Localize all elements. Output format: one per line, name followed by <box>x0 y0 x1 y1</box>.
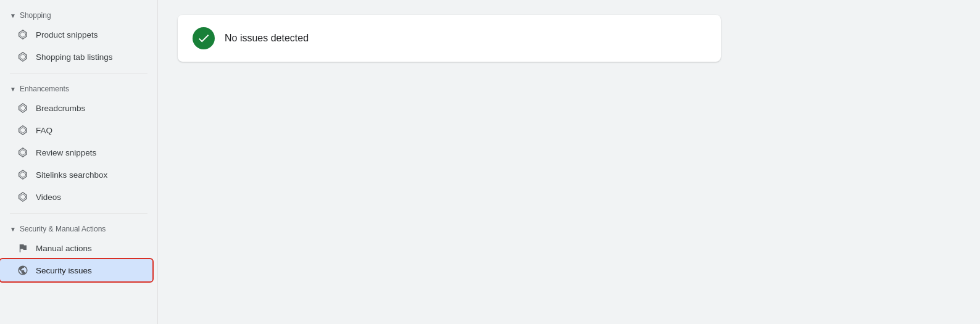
sidebar-item-breadcrumbs[interactable]: Breadcrumbs <box>0 97 152 119</box>
diamond-icon <box>17 102 28 114</box>
svg-marker-9 <box>20 150 26 156</box>
diamond-icon <box>17 125 28 136</box>
checkmark-icon <box>197 31 210 45</box>
sidebar-item-label: Breadcrumbs <box>36 104 85 113</box>
svg-marker-3 <box>20 54 26 60</box>
svg-marker-11 <box>20 172 26 178</box>
status-text: No issues detected <box>225 33 309 44</box>
diamond-icon <box>17 29 28 40</box>
diamond-icon <box>17 169 28 180</box>
sidebar-item-product-snippets[interactable]: Product snippets <box>0 23 152 46</box>
chevron-icon: ▼ <box>10 12 16 19</box>
sidebar-item-label: Sitelinks searchbox <box>36 170 107 180</box>
sidebar-section-security-manual-actions[interactable]: ▼Security & Manual Actions <box>0 218 157 237</box>
sidebar-item-label: Review snippets <box>36 148 96 157</box>
sidebar-item-videos[interactable]: Videos <box>0 186 152 208</box>
sidebar-section-shopping[interactable]: ▼Shopping <box>0 5 157 23</box>
diamond-icon <box>17 191 28 202</box>
sidebar-item-security-issues[interactable]: Security issues <box>0 259 152 281</box>
globe-icon <box>17 265 28 276</box>
svg-marker-13 <box>20 194 26 200</box>
chevron-icon: ▼ <box>10 86 16 93</box>
success-icon-circle <box>193 27 215 49</box>
main-content: No issues detected <box>158 0 980 324</box>
sidebar-item-label: Product snippets <box>36 30 98 39</box>
sidebar-item-label: Security issues <box>36 266 92 275</box>
sidebar-item-review-snippets[interactable]: Review snippets <box>0 141 152 164</box>
sidebar-item-faq[interactable]: FAQ <box>0 119 152 141</box>
status-card: No issues detected <box>178 15 721 62</box>
sidebar-item-manual-actions[interactable]: Manual actions <box>0 237 152 259</box>
diamond-icon <box>17 51 28 62</box>
sidebar-item-label: FAQ <box>36 126 52 135</box>
sidebar-item-label: Shopping tab listings <box>36 52 113 62</box>
chevron-icon: ▼ <box>10 226 16 233</box>
svg-marker-7 <box>20 128 26 133</box>
sidebar: ▼Shopping Product snippets Shopping tab … <box>0 0 158 324</box>
svg-marker-5 <box>20 106 26 111</box>
flag-icon <box>17 243 28 254</box>
svg-marker-1 <box>20 32 26 38</box>
sidebar-divider <box>10 213 147 214</box>
sidebar-item-sitelinks-searchbox[interactable]: Sitelinks searchbox <box>0 164 152 186</box>
sidebar-section-enhancements[interactable]: ▼Enhancements <box>0 78 157 97</box>
sidebar-item-label: Videos <box>36 193 61 202</box>
sidebar-item-shopping-tab-listings[interactable]: Shopping tab listings <box>0 46 152 68</box>
diamond-icon <box>17 147 28 158</box>
sidebar-item-label: Manual actions <box>36 244 92 253</box>
sidebar-divider <box>10 73 147 73</box>
